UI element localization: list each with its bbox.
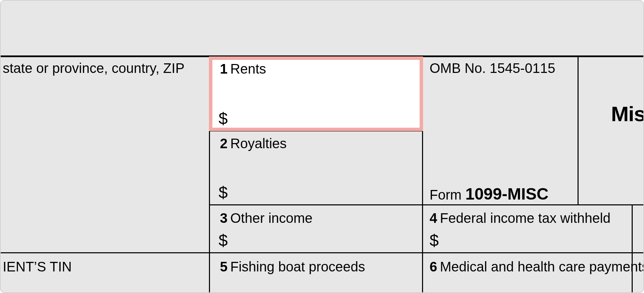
grid-line bbox=[209, 204, 643, 205]
box4-number: 4 bbox=[430, 211, 437, 226]
payer-address-fragment: state or province, country, ZIP bbox=[3, 61, 185, 76]
box4-label: 4Federal income tax withheld bbox=[430, 211, 610, 226]
omb-number: OMB No. 1545-0115 bbox=[430, 61, 555, 76]
form-code: 1099-MISC bbox=[465, 185, 548, 203]
box2-text: Royalties bbox=[230, 136, 287, 151]
box5-text: Fishing boat proceeds bbox=[230, 259, 365, 274]
form-viewport: state or province, country, ZIP 1Rents $… bbox=[0, 0, 644, 293]
omb-text: OMB No. 1545-0115 bbox=[430, 61, 555, 76]
box3-label: 3Other income bbox=[220, 211, 312, 226]
box5-label: 5Fishing boat proceeds bbox=[220, 259, 365, 275]
box4-currency: $ bbox=[430, 231, 439, 250]
recipient-tin-text: IENT’S TIN bbox=[3, 259, 72, 274]
grid-line bbox=[1, 252, 643, 253]
form-title-fragment: Mis bbox=[611, 102, 644, 126]
box2-label: 2Royalties bbox=[220, 136, 287, 151]
recipient-tin-fragment: IENT’S TIN bbox=[3, 259, 72, 275]
box1-text: Rents bbox=[230, 61, 266, 76]
form-code-label: Form 1099-MISC bbox=[430, 184, 548, 203]
form-prefix: Form bbox=[430, 187, 465, 202]
payer-address-text: state or province, country, ZIP bbox=[3, 61, 185, 76]
form-1099-misc-area: state or province, country, ZIP 1Rents $… bbox=[1, 55, 643, 292]
box6-text: Medical and health care payments bbox=[440, 259, 644, 274]
box3-text: Other income bbox=[230, 211, 312, 226]
box5-number: 5 bbox=[220, 259, 227, 274]
box2-number: 2 bbox=[220, 136, 227, 151]
box6-number: 6 bbox=[430, 259, 437, 274]
grid-line bbox=[422, 204, 423, 292]
box3-currency: $ bbox=[219, 231, 228, 250]
box1-label: 1Rents bbox=[220, 61, 266, 77]
form-title-text: Mis bbox=[611, 102, 644, 126]
box1-number: 1 bbox=[220, 61, 227, 76]
box6-label: 6Medical and health care payments bbox=[430, 259, 644, 275]
box1-currency: $ bbox=[219, 109, 228, 128]
grid-line bbox=[578, 57, 579, 204]
box4-text: Federal income tax withheld bbox=[440, 211, 610, 226]
box3-number: 3 bbox=[220, 211, 227, 226]
box2-currency: $ bbox=[219, 183, 228, 202]
grid-line bbox=[632, 204, 633, 292]
